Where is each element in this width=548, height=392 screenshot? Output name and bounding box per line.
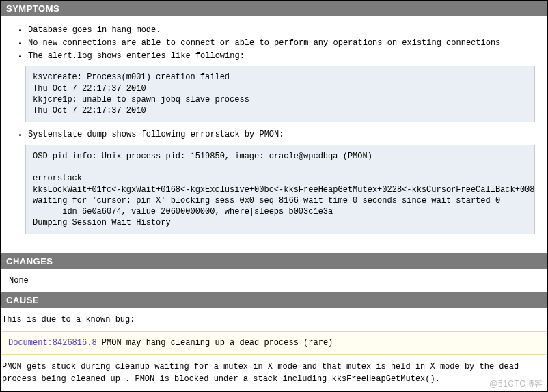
list-item: Systemstate dump shows following errorst… (28, 129, 538, 141)
changes-heading: CHANGES (1, 253, 547, 269)
changes-body: None (1, 269, 547, 292)
symptoms-content: Database goes in hang mode. No new conne… (1, 16, 547, 245)
errorstack-code: OSD pid info: Unix process pid: 1519850,… (25, 145, 535, 234)
cause-explain: PMON gets stuck during cleanup waiting f… (1, 355, 547, 391)
bug-description: PMON may hang cleaning up a dead process… (97, 338, 333, 348)
list-item: The alert.log shows enteries like follow… (28, 51, 538, 62)
symptoms-list-2: Systemstate dump shows following errorst… (10, 129, 538, 141)
list-item: No new connections are able to connect o… (28, 38, 538, 49)
alert-log-code: ksvcreate: Process(m001) creation failed… (25, 66, 535, 122)
symptoms-heading: SYMPTOMS (1, 1, 547, 16)
cause-heading: CAUSE (1, 292, 547, 308)
symptoms-list-1: Database goes in hang mode. No new conne… (10, 25, 538, 61)
list-item: Database goes in hang mode. (28, 25, 538, 36)
document-link[interactable]: Document:8426816.8 (8, 338, 97, 348)
bug-note: Document:8426816.8 PMON may hang cleanin… (1, 331, 547, 355)
cause-intro: This is due to a known bug: (1, 308, 547, 331)
